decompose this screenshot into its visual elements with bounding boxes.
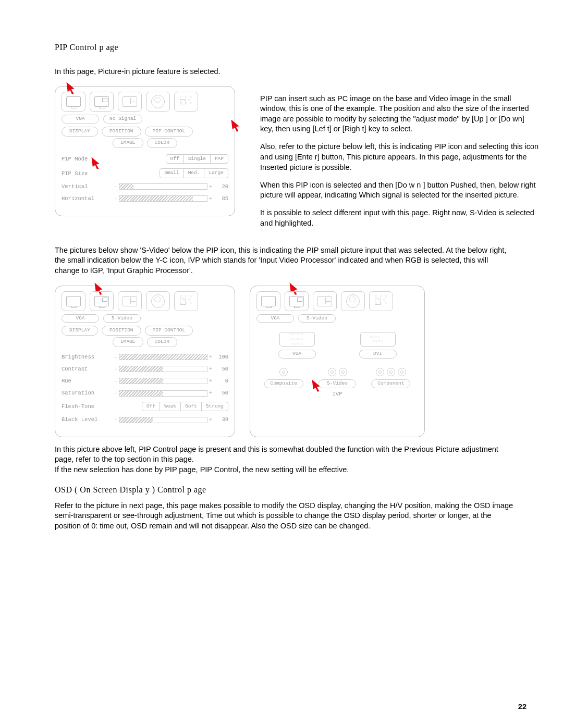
osd-panel-source: ○ ○ ○○ ○○ ○ ○ VGA S-Video ○○○○○○○○○○○○○○… — [250, 286, 425, 437]
segmented: Small Med. Large — [160, 168, 228, 178]
slider — [119, 354, 207, 360]
gear-icon: ○ ○ ○○ ○○ ○ ○ — [174, 92, 198, 112]
slider — [119, 183, 207, 190]
setting-row: Saturation-+50 — [62, 389, 228, 397]
source-1: VGA — [62, 115, 99, 124]
tab: POSITION — [102, 127, 141, 137]
minus-icon: - — [113, 183, 119, 190]
setting-row: Brightness-+100 — [62, 353, 228, 361]
ports: ○○○○○○○○○○○○○○ VGA ○○○○ —○○○○ DVI — [256, 332, 418, 359]
globe-icon — [146, 92, 170, 112]
position-icon — [118, 291, 142, 311]
globe-icon — [341, 291, 365, 311]
osd-paragraph: Refer to the picture in next page, this … — [55, 501, 513, 532]
pip-icon — [285, 291, 309, 311]
port-vga: ○○○○○○○○○○○○○○ VGA — [278, 332, 316, 359]
arrow-icon — [229, 118, 244, 132]
row-label: PIP Mode — [62, 155, 113, 163]
value: 20 — [214, 183, 228, 190]
page-number: 22 — [518, 702, 527, 712]
tabs: DISPLAY POSITION PIP CONTROL — [62, 127, 228, 137]
monitor-icon — [256, 291, 280, 311]
side-text: PIP can insert such as PC image on the b… — [260, 86, 540, 236]
plus-icon: + — [207, 183, 214, 190]
row-label: Vertical — [62, 183, 113, 190]
monitor-icon — [62, 291, 85, 311]
icon-row: ○ ○ ○○ ○○ ○ ○ — [256, 291, 418, 311]
ivp-label: IVP — [319, 390, 356, 398]
slider — [119, 390, 207, 397]
row-label: PIP Size — [62, 170, 113, 177]
icon-row: ○ ○ ○○ ○○ ○ ○ — [62, 291, 228, 311]
input-component: Component — [371, 368, 410, 398]
setting-row: Horizontal - + 85 — [62, 195, 228, 202]
slider — [119, 195, 207, 202]
bottom-paragraph: In this picture above left, PIP Control … — [55, 445, 513, 475]
icon-row: ○ ○ ○○ ○○ ○ ○ — [62, 92, 228, 112]
source-2: S-Video — [103, 314, 141, 323]
input-svideo: S-Video IVP — [319, 368, 356, 398]
pip-icon — [90, 92, 114, 112]
osd-panel-pip: ○ ○ ○○ ○○ ○ ○ VGA No Signal DISPLAY POSI… — [55, 86, 235, 216]
intro-text: In this page, Picture-in picture feature… — [55, 67, 540, 77]
setting-row: Vertical - + 20 — [62, 183, 228, 190]
tab: DISPLAY — [62, 127, 98, 137]
monitor-icon — [62, 92, 85, 112]
gear-icon: ○ ○ ○○ ○○ ○ ○ — [369, 291, 393, 311]
tabs: DISPLAY POSITION PIP CONTROL — [62, 326, 228, 336]
row-2: ○ ○ ○○ ○○ ○ ○ VGA S-Video DISPLAY POSITI… — [55, 286, 540, 437]
slider — [119, 417, 207, 423]
source-row: VGA S-Video — [256, 314, 418, 323]
position-icon — [313, 291, 337, 311]
setting-row: Black Level - + 39 — [62, 416, 228, 423]
slider — [119, 378, 207, 384]
pip-icon — [90, 291, 114, 311]
tab: PIP CONTROL — [145, 127, 193, 137]
setting-row: PIP Mode Off Single PAP — [62, 154, 228, 164]
globe-icon — [146, 291, 170, 311]
osd-panel-image: ○ ○ ○○ ○○ ○ ○ VGA S-Video DISPLAY POSITI… — [55, 286, 235, 437]
segmented: Off Weak Soft Strong — [142, 402, 228, 412]
page: PIP Control p age In this page, Picture-… — [0, 0, 563, 728]
setting-row: Hue-+0 — [62, 377, 228, 385]
setting-row: PIP Size Small Med. Large — [62, 168, 228, 178]
position-icon — [118, 92, 142, 112]
source-row: VGA No Signal — [62, 115, 228, 124]
tab: COLOR — [147, 138, 178, 148]
tabs: IMAGE COLOR — [62, 337, 228, 347]
segmented: Off Single PAP — [166, 154, 228, 164]
source-1: VGA — [62, 314, 99, 323]
row-1: ○ ○ ○○ ○○ ○ ○ VGA No Signal DISPLAY POSI… — [55, 86, 540, 236]
source-row: VGA S-Video — [62, 314, 228, 323]
inputs: Composite S-Video IVP Component — [256, 368, 418, 398]
source-2: No Signal — [103, 115, 142, 124]
row-label: Horizontal — [62, 195, 113, 202]
input-composite: Composite — [264, 368, 303, 398]
minus-icon: - — [113, 195, 119, 202]
tab: IMAGE — [113, 138, 143, 148]
setting-row: Contrast-+50 — [62, 365, 228, 373]
slider — [119, 366, 207, 372]
port-dvi: ○○○○ —○○○○ DVI — [359, 332, 397, 359]
page-title: PIP Control p age — [55, 42, 540, 53]
section-title-osd: OSD ( On Screen Displa y ) Control p age — [55, 484, 540, 496]
gear-icon: ○ ○ ○○ ○○ ○ ○ — [174, 291, 198, 311]
mid-paragraph: The pictures below show 'S-Video' below … — [55, 245, 513, 276]
value: 85 — [214, 195, 228, 202]
setting-row: Flesh-Tone Off Weak Soft Strong — [62, 402, 228, 412]
tabs: IMAGE COLOR — [62, 138, 228, 148]
plus-icon: + — [207, 195, 214, 202]
